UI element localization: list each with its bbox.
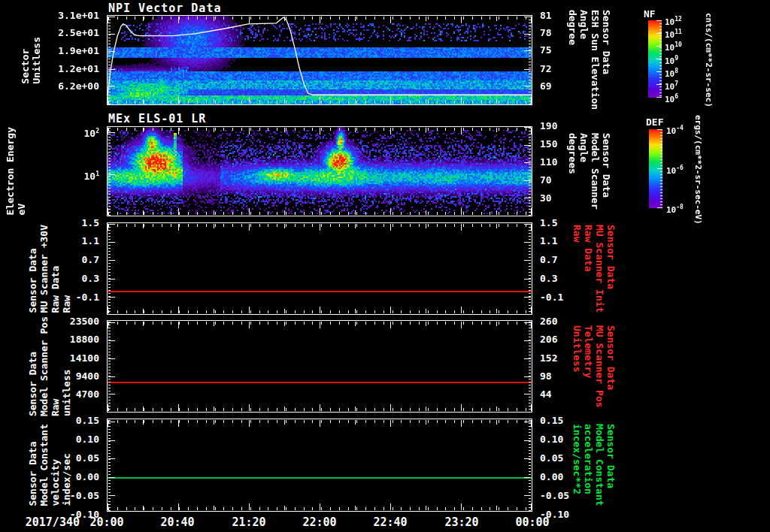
- y-major-tick-right: [524, 376, 531, 377]
- y-tick-label-right: 0.3: [540, 274, 557, 284]
- power-base: 10: [665, 56, 675, 66]
- x-major-tick: [461, 97, 462, 104]
- x-major-tick: [320, 307, 320, 313]
- x-medium-tick: [284, 99, 285, 104]
- power-exponent: -4: [676, 125, 684, 131]
- y-tick-label-right: 0.05: [540, 453, 563, 464]
- y-tick-label-right: 75: [540, 45, 552, 56]
- y-major-tick-left: [108, 224, 115, 225]
- y-major-tick-right: [524, 162, 531, 163]
- x-medium-tick: [426, 309, 426, 313]
- y-tick-label-right: 70: [540, 175, 552, 186]
- els-spectrogram-canvas: [108, 127, 532, 216]
- axis-title-text: Sensor Data MU Scanner Pos Telemetry Uni…: [571, 325, 617, 408]
- y-tick-label-right: -0.05: [540, 491, 569, 501]
- colorbar-tick-label: 1011: [665, 29, 682, 40]
- x-major-tick: [531, 128, 532, 135]
- x-major-tick: [390, 128, 391, 135]
- power-base: 10: [84, 128, 96, 139]
- x-major-tick: [531, 307, 532, 313]
- colorbar-unit-box: cnts/(cm**2-sr-sec): [702, 11, 714, 108]
- x-medium-tick: [214, 322, 214, 326]
- y-major-tick-right: [524, 458, 531, 459]
- panel-els: [107, 126, 532, 216]
- axis-title-right-mu-scanner-30v: Sensor Data MU Scanner Init Raw Data Raw: [570, 222, 618, 315]
- y-tick-label-left: 2.5e+01: [35, 28, 99, 38]
- x-tick-label: 20:00: [84, 515, 129, 529]
- colorbar-tick-label: 109: [665, 55, 678, 66]
- y-major-tick-right: [524, 86, 531, 86]
- power-base: 10: [666, 126, 676, 136]
- y-minor-ticks-right: [529, 17, 531, 105]
- y-major-tick-left: [108, 322, 115, 323]
- x-major-tick: [320, 404, 320, 411]
- x-medium-tick: [284, 224, 285, 228]
- y-major-tick-left: [108, 242, 115, 243]
- colorbar-tick-label: 10-8: [666, 204, 684, 215]
- x-medium-tick: [496, 506, 497, 510]
- x-medium-tick: [355, 99, 356, 104]
- x-medium-tick: [355, 17, 356, 21]
- colorbar-major-tick: [657, 129, 662, 130]
- x-medium-tick: [426, 420, 426, 425]
- colorbar-major-tick: [656, 33, 662, 34]
- colorbar-major-tick: [656, 46, 662, 47]
- y-tick-label-right: 72: [540, 64, 552, 74]
- x-medium-tick: [214, 99, 214, 104]
- x-major-tick: [178, 128, 179, 135]
- x-major-tick: [249, 503, 250, 510]
- x-major-tick: [249, 224, 250, 231]
- y-major-tick-right: [524, 297, 531, 298]
- y-major-tick-right: [524, 17, 531, 17]
- x-minor-ticks-bottom: [108, 408, 532, 411]
- x-tick-label: 20:40: [155, 515, 200, 529]
- axis-title-left-scanner-pos: Sensor Data Model Scanner Pos Raw unitle…: [26, 320, 74, 413]
- y-major-tick-left: [108, 394, 115, 394]
- power-exponent: 7: [675, 80, 678, 87]
- x-medium-tick: [355, 309, 356, 313]
- power-exponent: 9: [675, 55, 678, 62]
- colorbar-major-tick: [656, 97, 662, 98]
- y-tick-label-right: 260: [540, 316, 557, 327]
- panel-els-title: MEx ELS-01 LR: [108, 112, 206, 125]
- y-major-tick-left: [108, 376, 115, 377]
- x-minor-ticks-bottom: [108, 310, 532, 313]
- y-major-tick-right: [524, 224, 531, 225]
- y-major-tick-left: [108, 358, 115, 359]
- y-major-tick-left: [108, 260, 115, 261]
- y-major-tick-left: [108, 174, 115, 175]
- y-tick-label-right: 150: [540, 139, 557, 150]
- axis-title-text: Electron Energy eV: [5, 127, 27, 215]
- x-major-tick: [320, 128, 320, 135]
- y-tick-label-left: 102: [35, 126, 99, 139]
- axis-title-left-npi: Sector Unitless: [18, 15, 44, 105]
- power-base: 10: [665, 43, 675, 53]
- x-medium-tick: [426, 210, 426, 215]
- y-major-tick-left: [108, 279, 115, 280]
- x-medium-tick: [143, 224, 144, 228]
- x-major-tick: [249, 128, 250, 135]
- x-major-tick: [390, 322, 391, 328]
- colorbar-tick-label: 10-6: [666, 165, 684, 176]
- x-major-tick: [320, 420, 320, 427]
- constant-value-line: [108, 382, 532, 383]
- x-medium-tick: [496, 17, 497, 21]
- y-tick-label-right: 81: [540, 11, 552, 21]
- y-minor-ticks-right: [529, 224, 531, 315]
- colorbar-major-tick: [657, 207, 662, 208]
- x-major-tick: [390, 17, 391, 23]
- y-major-tick-right: [524, 495, 531, 496]
- axis-title-text: Sensor Data MU Scanner +30V Raw Data Raw: [27, 225, 72, 313]
- x-medium-tick: [355, 506, 356, 510]
- power-base: 10: [665, 17, 675, 27]
- x-major-tick: [390, 208, 391, 215]
- panel-scanner-pos: [107, 320, 532, 413]
- x-major-tick: [531, 322, 532, 328]
- panel-npi: [107, 15, 532, 105]
- x-minor-ticks-top: [108, 322, 532, 325]
- colorbar-tick-label: 107: [665, 80, 678, 92]
- axis-title-text: Sensor Data ESH Sun Elevation Angle degr…: [567, 10, 612, 110]
- y-minor-ticks-left: [108, 17, 111, 105]
- y-tick-label-left: 1.9e+01: [35, 46, 99, 56]
- y-tick-label-right: 206: [540, 334, 557, 345]
